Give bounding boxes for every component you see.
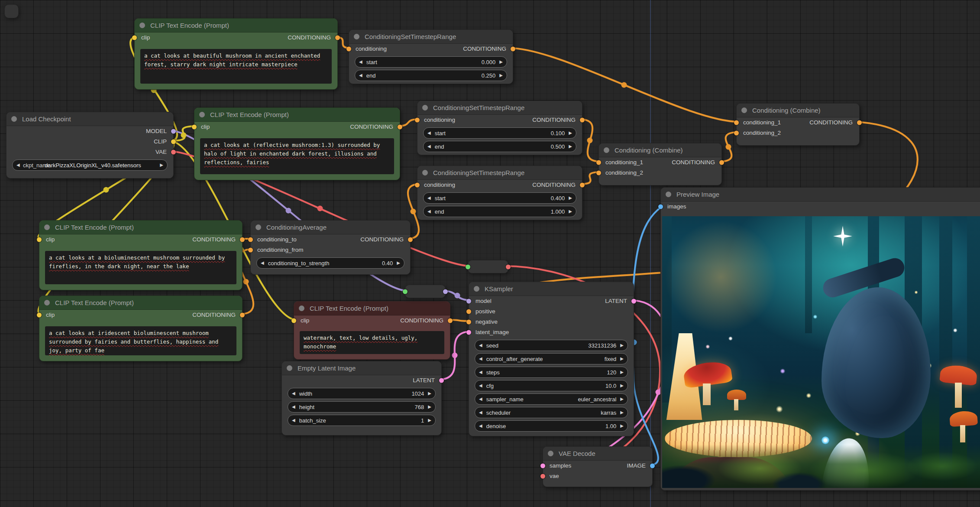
node-load-checkpoint[interactable]: Load Checkpoint MODEL CLIP VAE ◀ ckpt_na… <box>6 112 174 179</box>
node-titlebar[interactable]: ConditioningSetTimestepRange <box>417 101 582 115</box>
node-clip-text-encode-4[interactable]: CLIP Text Encode (Prompt) clip CONDITION… <box>39 296 243 361</box>
decrement-icon[interactable]: ◀ <box>427 209 431 214</box>
widget-start[interactable]: ◀ start 0.400 ▶ <box>423 192 576 204</box>
output-port-conditioning[interactable] <box>398 125 402 130</box>
decrement-icon[interactable]: ◀ <box>479 384 482 388</box>
node-titlebar[interactable]: CLIP Text Encode (Prompt) <box>194 108 400 122</box>
output-port-model[interactable] <box>171 129 176 134</box>
prev-icon[interactable]: ◀ <box>479 397 482 401</box>
wire-dot[interactable] <box>181 133 187 138</box>
collapse-dot-icon[interactable] <box>741 107 747 113</box>
collapse-dot-icon[interactable] <box>422 170 428 176</box>
prompt-textarea[interactable]: a cat looks at a bioluminescent mushroom… <box>45 251 236 284</box>
input-port-conditioning-to[interactable] <box>248 237 253 242</box>
collapse-dot-icon[interactable] <box>139 23 145 28</box>
input-port-vae[interactable] <box>540 474 545 479</box>
node-titlebar[interactable]: VAE Decode <box>543 447 652 461</box>
node-clip-text-encode-3[interactable]: CLIP Text Encode (Prompt) clip CONDITION… <box>39 220 243 290</box>
output-port-conditioning[interactable] <box>408 237 413 242</box>
widget-batch-size[interactable]: ◀ batch_size 1 ▶ <box>288 415 436 426</box>
wire-dot[interactable] <box>455 293 460 299</box>
node-preview-image[interactable]: Preview Image images <box>660 187 980 491</box>
decrement-icon[interactable]: ◀ <box>479 424 482 428</box>
input-port-clip[interactable] <box>37 237 42 242</box>
decrement-icon[interactable]: ◀ <box>359 60 362 64</box>
output-port-conditioning[interactable] <box>335 36 340 40</box>
node-titlebar[interactable]: Preview Image <box>661 188 980 202</box>
input-port-conditioning[interactable] <box>415 183 420 188</box>
node-titlebar[interactable]: KSampler <box>469 282 634 296</box>
node-titlebar[interactable]: ConditioningAverage <box>251 221 410 234</box>
increment-icon[interactable]: ▶ <box>569 144 572 149</box>
next-icon[interactable]: ▶ <box>620 410 624 415</box>
input-port-conditioning-2[interactable] <box>734 131 739 136</box>
node-titlebar[interactable]: CLIP Text Encode (Prompt) <box>39 296 242 310</box>
prev-icon[interactable]: ◀ <box>16 163 20 167</box>
decrement-icon[interactable]: ◀ <box>359 73 362 78</box>
decrement-icon[interactable]: ◀ <box>292 391 295 396</box>
output-port-clip[interactable] <box>171 140 176 144</box>
increment-icon[interactable]: ▶ <box>499 60 503 64</box>
increment-icon[interactable]: ▶ <box>569 209 572 214</box>
input-port-clip[interactable] <box>132 36 137 40</box>
node-titlebar[interactable]: Load Checkpoint <box>6 112 173 126</box>
node-conditioning-combine-1[interactable]: Conditioning (Combine) conditioning_1 CO… <box>598 143 722 185</box>
input-port-positive[interactable] <box>466 309 471 314</box>
collapse-dot-icon[interactable] <box>666 192 671 197</box>
node-clip-text-encode-1[interactable]: CLIP Text Encode (Prompt) clip CONDITION… <box>134 18 338 90</box>
input-port-latent-image[interactable] <box>466 330 471 335</box>
increment-icon[interactable]: ▶ <box>620 384 624 388</box>
collapsed-node[interactable] <box>4 4 19 18</box>
collapse-dot-icon[interactable] <box>11 116 17 122</box>
increment-icon[interactable]: ▶ <box>620 343 624 348</box>
node-titlebar[interactable]: Conditioning (Combine) <box>737 104 859 117</box>
input-port-conditioning[interactable] <box>415 118 420 123</box>
input-port-conditioning-1[interactable] <box>734 120 739 125</box>
decrement-icon[interactable]: ◀ <box>261 261 264 265</box>
collapse-dot-icon[interactable] <box>604 147 609 153</box>
wire-dot[interactable] <box>286 208 291 214</box>
decrement-icon[interactable]: ◀ <box>427 131 431 135</box>
collapse-dot-icon[interactable] <box>44 300 50 306</box>
input-port-model[interactable] <box>466 299 471 304</box>
node-empty-latent-image[interactable]: Empty Latent Image LATENT ◀ width 1024 ▶… <box>281 361 442 436</box>
widget-steps[interactable]: ◀ steps 120 ▶ <box>475 367 628 378</box>
collapsed-node-model-reroute[interactable] <box>405 285 446 298</box>
widget-end[interactable]: ◀ end 0.250 ▶ <box>355 70 507 81</box>
prompt-textarea[interactable]: a cat looks at (reflective mushroom:1.3)… <box>200 138 394 174</box>
prev-icon[interactable]: ◀ <box>479 410 482 415</box>
increment-icon[interactable]: ▶ <box>499 73 503 78</box>
decrement-icon[interactable]: ◀ <box>427 144 431 149</box>
input-port-conditioning[interactable] <box>346 47 351 52</box>
output-port-latent[interactable] <box>439 378 444 383</box>
node-titlebar[interactable]: Empty Latent Image <box>282 361 441 375</box>
collapse-dot-icon[interactable] <box>287 365 292 371</box>
stub-input-port[interactable] <box>466 264 470 269</box>
input-port-negative[interactable] <box>466 320 471 325</box>
collapse-dot-icon[interactable] <box>422 105 428 110</box>
input-port-clip[interactable] <box>37 313 42 318</box>
widget-conditioning-to-strength[interactable]: ◀ conditioning_to_strength 0.40 ▶ <box>256 257 404 269</box>
collapse-dot-icon[interactable] <box>474 286 479 292</box>
node-timestep-range-2[interactable]: ConditioningSetTimestepRange conditionin… <box>417 101 582 155</box>
output-port-conditioning[interactable] <box>240 237 245 242</box>
stub-input-port[interactable] <box>403 289 408 294</box>
next-icon[interactable]: ▶ <box>620 397 624 401</box>
collapse-dot-icon[interactable] <box>548 451 553 456</box>
widget-width[interactable]: ◀ width 1024 ▶ <box>288 388 436 399</box>
stub-output-port[interactable] <box>443 289 448 294</box>
node-conditioning-combine-2[interactable]: Conditioning (Combine) conditioning_1 CO… <box>736 103 860 146</box>
prev-icon[interactable]: ◀ <box>479 357 482 361</box>
wire-dot[interactable] <box>587 138 593 143</box>
input-port-conditioning-1[interactable] <box>596 160 601 165</box>
prompt-textarea[interactable]: a cat looks at iridescent bioluminescent… <box>45 326 236 355</box>
node-clip-text-encode-2[interactable]: CLIP Text Encode (Prompt) clip CONDITION… <box>194 107 400 180</box>
wire-dot[interactable] <box>317 206 323 211</box>
increment-icon[interactable]: ▶ <box>569 131 572 135</box>
output-port-conditioning[interactable] <box>511 47 515 52</box>
increment-icon[interactable]: ▶ <box>428 391 431 396</box>
node-vae-decode[interactable]: VAE Decode samples IMAGE vae <box>543 446 653 487</box>
decrement-icon[interactable]: ◀ <box>479 343 482 348</box>
collapsed-node-vae-reroute[interactable] <box>468 260 508 273</box>
widget-sampler-name[interactable]: ◀ sampler_name euler_ancestral ▶ <box>475 393 628 405</box>
